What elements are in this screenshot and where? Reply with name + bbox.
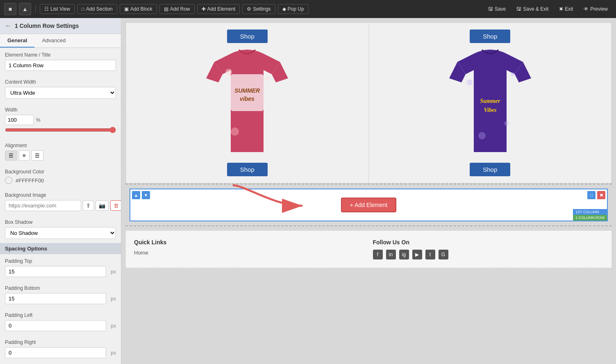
spacing-options-header: Spacing Options: [0, 243, 121, 254]
add-row-btn[interactable]: ▤ Add Row: [159, 4, 195, 14]
add-element-section: ▲ ▼ □ ✖: [125, 184, 612, 226]
bg-color-label: Background Color: [5, 169, 116, 175]
facebook-icon[interactable]: f: [373, 250, 383, 259]
add-block-icon: ▣: [124, 6, 129, 12]
product-grid: Shop: [125, 22, 612, 184]
separator-1: [35, 5, 36, 13]
panel-title: 1 Column Row Settings: [15, 23, 79, 29]
add-element-canvas-btn[interactable]: + Add Element: [341, 198, 396, 212]
save-exit-icon: 🖫: [516, 6, 521, 12]
shop-btn-1[interactable]: Shop: [227, 30, 268, 43]
row-move-up-btn[interactable]: ▲: [132, 191, 140, 199]
purple-shirt-svg: Summer Vibes: [449, 50, 531, 156]
alignment-label: Alignment: [5, 143, 116, 148]
svg-point-3: [225, 69, 232, 75]
content-width-select[interactable]: Ultra Wide Wide Normal Narrow: [5, 87, 116, 99]
color-value: #FFFFFF00: [16, 177, 44, 184]
footer-follow-us: Follow Us On f in ig ▶ t G: [373, 239, 604, 259]
color-swatch[interactable]: [5, 177, 12, 184]
row-move-down-btn[interactable]: ▼: [142, 191, 150, 199]
footer-section: Quick Links Home Follow Us On f in ig ▶ …: [125, 230, 612, 268]
align-left-btn[interactable]: ☰: [5, 150, 17, 161]
padding-right-row: px: [5, 347, 116, 358]
exit-btn[interactable]: ✖ Exit: [555, 5, 577, 14]
popup-btn[interactable]: ◆ Pop Up: [278, 4, 309, 14]
canvas-area: Shop: [121, 18, 616, 364]
shop-btn-4[interactable]: Shop: [470, 163, 510, 176]
popup-label: Pop Up: [288, 6, 304, 12]
toolbar-right: 🖫 Save 🖫 Save & Exit ✖ Exit 👁 Preview: [484, 5, 612, 14]
shop-btn-3[interactable]: Shop: [227, 163, 268, 176]
row-delete-btn[interactable]: ✖: [597, 191, 605, 199]
twitter-icon[interactable]: t: [425, 250, 435, 259]
row-copy-btn[interactable]: □: [587, 191, 596, 199]
youtube-icon[interactable]: ▶: [412, 250, 422, 259]
add-row-label: Add Row: [170, 6, 190, 12]
padding-top-row: px: [5, 266, 116, 277]
mobile-view-btn[interactable]: ▲: [19, 3, 31, 15]
align-center-btn[interactable]: ≡: [19, 150, 30, 161]
padding-left-input[interactable]: [5, 320, 106, 331]
main-container: ← 1 Column Row Settings General Advanced…: [0, 18, 616, 364]
bg-image-upload-btn[interactable]: ⇧: [83, 200, 94, 211]
list-icon: ☷: [44, 6, 49, 12]
tab-general[interactable]: General: [0, 34, 34, 48]
preview-btn[interactable]: 👁 Preview: [580, 5, 612, 14]
element-name-input[interactable]: [5, 60, 116, 71]
settings-btn[interactable]: ⚙ Settings: [242, 4, 275, 14]
save-btn[interactable]: 🖫 Save: [484, 5, 510, 14]
desktop-view-btn[interactable]: ■: [4, 3, 16, 15]
add-block-label: Add Block: [130, 6, 152, 12]
box-shadow-select[interactable]: No Shadow Light Medium Heavy: [5, 227, 116, 239]
padding-right-section: Padding Right px: [0, 335, 121, 362]
save-exit-btn[interactable]: 🖫 Save & Exit: [512, 5, 552, 14]
align-right-btn[interactable]: ☰: [31, 150, 43, 161]
padding-top-unit: px: [108, 269, 116, 275]
content-width-label: Content Width: [5, 79, 116, 85]
padding-bottom-input[interactable]: [5, 293, 106, 304]
row-badge-column: 1ST COLUMN: [573, 209, 607, 215]
save-exit-label: Save & Exit: [523, 6, 548, 12]
settings-icon: ⚙: [247, 6, 251, 12]
home-link[interactable]: Home: [134, 250, 365, 256]
width-slider[interactable]: [5, 127, 116, 133]
svg-text:SUMMER: SUMMER: [234, 87, 260, 94]
product-cell-2: Shop: [369, 23, 612, 183]
bg-image-browse-btn[interactable]: 📷: [95, 200, 109, 211]
padding-left-label: Padding Left: [5, 312, 116, 318]
padding-bottom-label: Padding Bottom: [5, 285, 116, 291]
bg-image-input[interactable]: [5, 200, 81, 211]
google-icon[interactable]: G: [439, 250, 448, 259]
left-panel: ← 1 Column Row Settings General Advanced…: [0, 18, 121, 364]
preview-label: Preview: [590, 6, 608, 12]
add-element-toolbar-btn[interactable]: ✚ Add Element: [197, 4, 240, 14]
add-section-btn[interactable]: □ Add Section: [77, 4, 117, 14]
add-element-icon: ✚: [202, 6, 206, 12]
add-block-btn[interactable]: ▣ Add Block: [120, 4, 157, 14]
list-view-btn[interactable]: ☷ List View: [40, 4, 75, 14]
product-section-wrapper: Shop: [121, 18, 616, 184]
tab-advanced[interactable]: Advanced: [34, 34, 73, 48]
svg-point-8: [478, 132, 486, 139]
preview-icon: 👁: [584, 6, 589, 12]
product-cell-1: Shop: [126, 23, 369, 183]
alignment-buttons: ☰ ≡ ☰: [5, 150, 116, 161]
social-icons: f in ig ▶ t G: [373, 250, 604, 259]
alignment-section: Alignment ☰ ≡ ☰: [0, 139, 121, 165]
svg-text:vibes: vibes: [240, 96, 255, 102]
panel-back-btn[interactable]: ←: [5, 22, 11, 30]
shop-btn-2[interactable]: Shop: [470, 30, 510, 43]
width-unit: %: [36, 117, 41, 123]
bg-image-delete-btn[interactable]: 🗑: [110, 200, 121, 211]
follow-us-title: Follow Us On: [373, 239, 604, 246]
instagram-icon[interactable]: ig: [399, 250, 409, 259]
content-width-section: Content Width Ultra Wide Wide Normal Nar…: [0, 75, 121, 103]
linkedin-icon[interactable]: in: [386, 250, 396, 259]
padding-top-section: Padding Top px: [0, 254, 121, 281]
row-right-controls: □ ✖: [587, 191, 605, 199]
bg-image-row: ⇧ 📷 🗑: [5, 200, 116, 211]
padding-right-input[interactable]: [5, 347, 106, 358]
row-top-controls: ▲ ▼: [132, 191, 150, 199]
padding-top-input[interactable]: [5, 266, 106, 277]
width-input[interactable]: [5, 115, 34, 125]
